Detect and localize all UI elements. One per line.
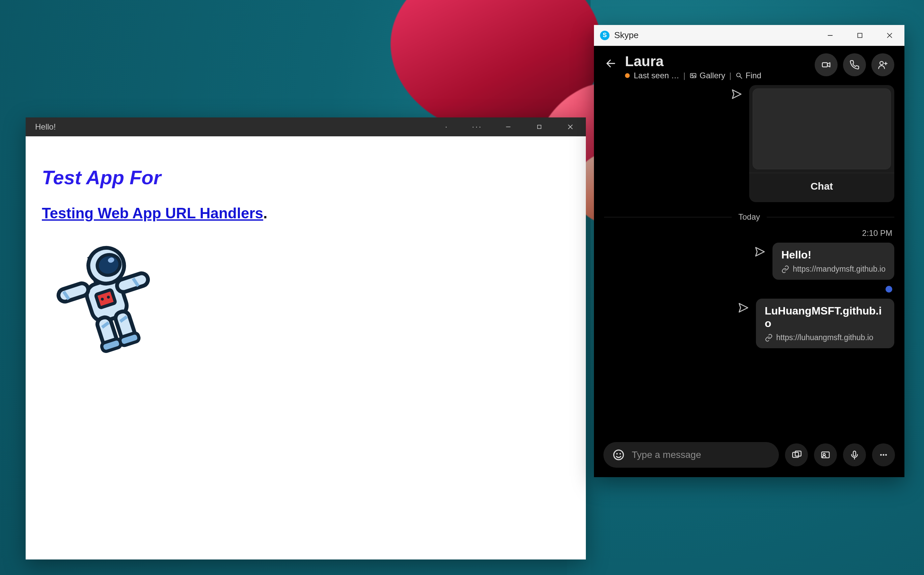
svg-point-50 [880, 454, 882, 456]
message-row: Chat [604, 85, 894, 202]
svg-point-30 [692, 75, 693, 76]
chat-caption[interactable]: Chat [749, 173, 894, 202]
voice-message-button[interactable] [843, 443, 866, 466]
separator: | [683, 71, 686, 80]
svg-point-42 [616, 453, 618, 454]
svg-point-43 [619, 453, 621, 454]
svg-point-31 [737, 73, 740, 77]
svg-rect-25 [858, 33, 862, 37]
last-seen-label: Last seen … [634, 71, 680, 80]
day-separator: Today [604, 212, 894, 222]
svg-point-35 [880, 61, 883, 65]
svg-point-51 [883, 454, 884, 456]
desktop: Hello! · ··· Test App For Testing Web Ap… [0, 0, 924, 575]
minimize-button[interactable] [493, 118, 524, 136]
message-title: LuHuangMSFT.github.io [765, 305, 886, 330]
separator: | [729, 71, 731, 80]
skype-logo-icon: S [600, 31, 610, 40]
more-options-button[interactable] [872, 443, 895, 466]
link-preview-card[interactable]: Chat [749, 85, 894, 202]
sent-indicator-icon [731, 88, 743, 100]
gallery-label: Gallery [700, 71, 725, 80]
emoji-icon[interactable] [612, 448, 625, 461]
back-button[interactable] [604, 57, 618, 70]
close-button[interactable] [555, 118, 586, 136]
messages-list[interactable]: Chat Today 2:10 PM Hello! [594, 85, 905, 435]
hello-app-window: Hello! · ··· Test App For Testing Web Ap… [25, 118, 586, 559]
skype-titlebar[interactable]: S Skype [594, 25, 905, 46]
sent-indicator-icon [754, 246, 766, 257]
svg-rect-1 [538, 125, 541, 129]
message-row: Hello! https://mandymsft.github.io [604, 243, 894, 280]
contact-card-button[interactable] [814, 443, 837, 466]
svg-point-47 [823, 454, 825, 456]
conversation-header: Laura Last seen … | Gallery | Find [594, 46, 905, 85]
video-call-button[interactable] [814, 53, 838, 76]
svg-rect-33 [822, 63, 827, 67]
svg-point-52 [885, 454, 887, 456]
gallery-button[interactable]: Gallery [689, 71, 725, 80]
find-label: Find [746, 71, 761, 80]
maximize-button[interactable] [845, 25, 875, 46]
presence-away-icon [625, 73, 630, 78]
close-button[interactable] [875, 25, 905, 46]
attach-media-button[interactable] [785, 443, 808, 466]
find-button[interactable]: Find [735, 71, 761, 80]
read-receipt-icon [604, 286, 892, 292]
skype-window: S Skype Laura L [594, 25, 905, 477]
day-separator-label: Today [738, 212, 760, 222]
page-title: Test App For [42, 166, 570, 189]
message-row: LuHuangMSFT.github.io https://luhuangmsf… [604, 299, 894, 348]
skype-app-name: Skype [614, 30, 815, 40]
svg-rect-8 [95, 289, 116, 308]
skype-body: Laura Last seen … | Gallery | Find [594, 46, 905, 477]
add-participant-button[interactable] [872, 53, 894, 76]
hello-titlebar[interactable]: Hello! · ··· [25, 118, 586, 136]
svg-marker-38 [732, 90, 741, 98]
titlebar-unknown-button[interactable]: · [430, 118, 462, 136]
audio-call-button[interactable] [843, 53, 866, 76]
message-bubble[interactable]: Hello! https://mandymsft.github.io [773, 243, 894, 280]
maximize-button[interactable] [524, 118, 555, 136]
more-icon[interactable]: ··· [462, 118, 493, 136]
svg-rect-48 [853, 451, 856, 456]
period: . [263, 205, 267, 221]
sent-indicator-icon [738, 302, 749, 313]
svg-marker-39 [756, 247, 764, 256]
message-title: Hello! [781, 249, 886, 261]
page-subtitle: Testing Web App URL Handlers. [42, 205, 570, 222]
message-composer [594, 435, 905, 477]
hello-content: Test App For Testing Web App URL Handler… [25, 136, 586, 357]
svg-point-41 [614, 450, 624, 460]
hello-window-title: Hello! [25, 122, 430, 132]
contact-name: Laura [625, 53, 807, 70]
astronaut-image [42, 241, 570, 357]
message-input[interactable] [632, 450, 770, 460]
svg-line-32 [740, 76, 742, 79]
message-link[interactable]: https://mandymsft.github.io [781, 265, 886, 274]
composer-pill[interactable] [603, 442, 779, 468]
svg-rect-11 [57, 282, 90, 303]
svg-marker-40 [739, 303, 748, 312]
message-url: https://mandymsft.github.io [793, 265, 886, 274]
link-preview-thumbnail [753, 88, 891, 169]
message-bubble[interactable]: LuHuangMSFT.github.io https://luhuangmsf… [756, 299, 894, 348]
url-handlers-link[interactable]: Testing Web App URL Handlers [42, 205, 263, 221]
svg-marker-34 [827, 63, 830, 67]
message-link[interactable]: https://luhuangmsft.github.io [765, 333, 886, 342]
minimize-button[interactable] [815, 25, 845, 46]
message-timestamp: 2:10 PM [604, 229, 894, 238]
message-url: https://luhuangmsft.github.io [776, 333, 873, 342]
